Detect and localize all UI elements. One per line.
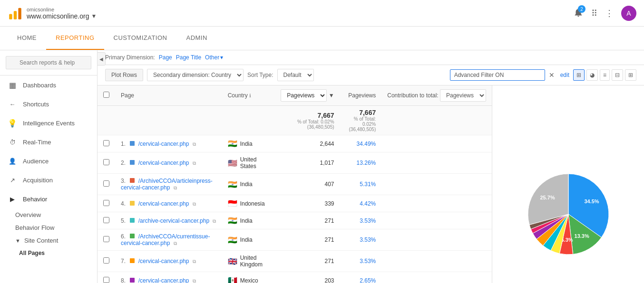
advanced-filter-input[interactable] — [450, 69, 545, 81]
sort-desc-icon[interactable]: ▼ — [329, 92, 334, 99]
row-checkbox-0[interactable] — [103, 140, 109, 146]
filter-box: ✕ edit — [450, 69, 569, 81]
sidebar-sub-behavior-flow[interactable]: Behavior Flow — [0, 221, 97, 234]
pie-chart: 34.5%13.3%5.3%25.7% — [516, 162, 621, 266]
bar-cell-3 — [381, 195, 492, 212]
sidebar-sub-all-pages[interactable]: All Pages — [0, 247, 97, 259]
apps-button[interactable]: ⠿ — [591, 8, 597, 19]
sidebar-item-acquisition[interactable]: ↗ Acquisition — [0, 170, 97, 189]
notifications-button[interactable]: 2 — [573, 7, 584, 19]
bar-view-button[interactable]: ≡ — [600, 69, 610, 81]
table-row: 5. /archive-cervical-cancer.php ⧉ 🇮🇳 Ind… — [98, 212, 492, 229]
sort-type-select[interactable]: Default — [277, 69, 314, 81]
total-pct-2: % of Total: 0.02% — [346, 116, 376, 127]
avatar[interactable]: A — [621, 6, 636, 21]
pivot-view-button[interactable]: ⊞ — [625, 69, 636, 81]
more-options-button[interactable]: ⋮ — [605, 8, 614, 19]
plot-rows-button[interactable]: Plot Rows — [105, 69, 143, 81]
filter-clear-button[interactable]: ✕ — [547, 70, 556, 80]
total-base-2: (36,480,505) — [346, 127, 376, 132]
tab-reporting[interactable]: REPORTING — [46, 27, 104, 50]
table-row: 6. /ArchiveCCOA/currentissue-cervical-ca… — [98, 229, 492, 251]
sidebar-item-shortcuts[interactable]: ← Shortcuts — [0, 94, 97, 113]
bar-cell-2 — [381, 174, 492, 195]
toolbar: Plot Rows Secondary dimension: Country S… — [98, 65, 644, 85]
country-info-icon: ℹ — [249, 93, 251, 98]
external-link-icon-0: ⧉ — [193, 142, 196, 147]
table-wrapper: Page Country ℹ Pageviews ▼ — [98, 85, 644, 283]
pageviews-2-0: 34.49% — [340, 135, 382, 152]
bar-cell-5 — [381, 229, 492, 251]
pageviews-metric-select[interactable]: Pageviews — [281, 89, 327, 102]
site-name: omicsonline — [27, 7, 97, 12]
row-checkbox-3[interactable] — [103, 200, 109, 206]
pageviews-1-3: 339 — [275, 195, 340, 212]
external-link-icon-5: ⧉ — [174, 241, 177, 246]
row-color-6 — [130, 258, 135, 263]
tab-customization[interactable]: CUSTOMIZATION — [104, 27, 177, 50]
row-checkbox-1[interactable] — [103, 159, 109, 165]
site-url[interactable]: www.omicsonline.org ▼ — [27, 12, 97, 20]
sidebar-item-audience[interactable]: 👤 Audience — [0, 151, 97, 170]
svg-rect-1 — [14, 11, 17, 19]
chevron-down-icon: ▾ — [220, 54, 223, 61]
flag-0: 🇮🇳 — [228, 139, 237, 148]
pie-view-button[interactable]: ◕ — [586, 69, 598, 81]
sidebar-item-dashboards[interactable]: ▦ Dashboards — [0, 75, 97, 94]
row-checkbox-7[interactable] — [103, 277, 109, 283]
sidebar-item-realtime[interactable]: ⏱ Real-Time — [0, 132, 97, 151]
flag-7: 🇲🇽 — [228, 276, 237, 283]
th-check — [98, 85, 115, 106]
row-num-0: 1. — [121, 141, 126, 147]
row-num-6: 7. — [121, 258, 126, 264]
dim-page-title-link[interactable]: Page Title — [176, 54, 201, 61]
row-checkbox-2[interactable] — [103, 180, 109, 187]
sidebar-item-label: Behavior — [23, 196, 47, 203]
sidebar-collapse-button[interactable]: ◀ — [98, 52, 106, 66]
tab-home[interactable]: HOME — [8, 27, 46, 50]
country-name-2: India — [240, 181, 253, 188]
sidebar-item-label: Dashboards — [23, 82, 56, 89]
row-color-3 — [130, 201, 135, 206]
table-row: 7. /cervical-cancer.php ⧉ 🇬🇧 United King… — [98, 251, 492, 272]
audience-icon: 👤 — [8, 156, 17, 166]
dim-other-link[interactable]: Other ▾ — [205, 54, 223, 61]
total-base-1: (36,480,505) — [281, 124, 334, 130]
th-contribution: Contribution to total: Pageviews — [381, 85, 492, 106]
page-link-3[interactable]: /cervical-cancer.php — [138, 200, 189, 207]
row-checkbox-4[interactable] — [103, 217, 109, 223]
data-table: Page Country ℹ Pageviews ▼ — [98, 85, 492, 283]
page-link-6[interactable]: /cervical-cancer.php — [138, 258, 189, 264]
bar-cell-7 — [381, 272, 492, 283]
page-link-0[interactable]: /cervical-cancer.php — [138, 141, 189, 147]
nav-tabs: HOME REPORTING CUSTOMIZATION ADMIN — [0, 27, 644, 50]
dim-page-link[interactable]: Page — [159, 54, 172, 61]
totals-row: 7,667 % of Total: 0.02% (36,480,505) 7,6… — [98, 106, 492, 135]
sidebar-sub-site-content[interactable]: ▼ Site Content — [0, 234, 97, 247]
sidebar-sub-overview[interactable]: Overview — [0, 208, 97, 221]
page-link-1[interactable]: /cervical-cancer.php — [138, 160, 189, 166]
page-link-7[interactable]: /cervical-cancer.php — [138, 277, 189, 283]
select-all-checkbox[interactable] — [103, 92, 109, 98]
edit-filter-link[interactable]: edit — [560, 72, 569, 78]
search-input[interactable] — [6, 56, 91, 69]
grid-view-button[interactable]: ⊞ — [573, 69, 585, 81]
tab-admin[interactable]: ADMIN — [176, 27, 216, 50]
flag-3: 🇮🇩 — [228, 199, 237, 208]
main-layout: 🔍 ▦ Dashboards ← Shortcuts 💡 Intelligenc… — [0, 50, 644, 283]
secondary-dimension-select[interactable]: Secondary dimension: Country — [147, 69, 244, 81]
sidebar-item-label: Acquisition — [23, 177, 53, 184]
sidebar-item-intelligence[interactable]: 💡 Intelligence Events — [0, 113, 97, 132]
row-num-7: 8. — [121, 277, 126, 283]
page-link-4[interactable]: /archive-cervical-cancer.php — [138, 217, 209, 224]
svg-rect-0 — [9, 14, 12, 19]
pageviews-1-6: 271 — [275, 251, 340, 272]
row-checkbox-5[interactable] — [103, 236, 109, 242]
contribution-select[interactable]: Pageviews — [440, 89, 486, 102]
sidebar-item-behavior[interactable]: ▶ Behavior — [0, 189, 97, 208]
compare-view-button[interactable]: ⊟ — [612, 69, 623, 81]
th-pageviews: Pageviews — [340, 85, 382, 106]
pageviews-1-0: 2,644 — [275, 135, 340, 152]
row-checkbox-6[interactable] — [103, 257, 109, 264]
pageviews-2-3: 4.42% — [340, 195, 382, 212]
